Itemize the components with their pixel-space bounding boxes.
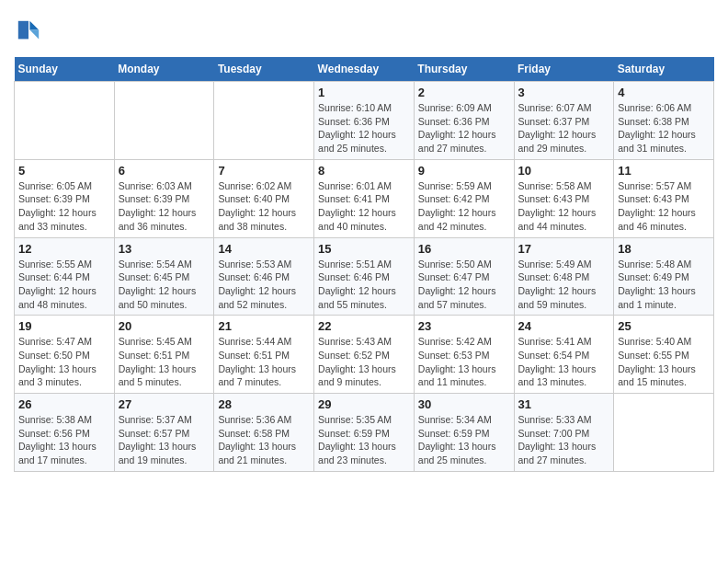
calendar-week-2: 5Sunrise: 6:05 AMSunset: 6:39 PMDaylight… [15, 159, 714, 237]
calendar-cell [114, 82, 214, 160]
calendar-cell: 14Sunrise: 5:53 AMSunset: 6:46 PMDayligh… [214, 237, 314, 316]
day-info: Sunrise: 6:09 AMSunset: 6:36 PMDaylight:… [418, 101, 510, 155]
calendar-cell: 28Sunrise: 5:36 AMSunset: 6:58 PMDayligh… [214, 394, 314, 472]
day-info: Sunrise: 5:53 AMSunset: 6:46 PMDaylight:… [218, 258, 310, 312]
col-header-sunday: Sunday [15, 57, 115, 82]
day-number: 5 [18, 164, 110, 178]
calendar-cell: 7Sunrise: 6:02 AMSunset: 6:40 PMDaylight… [214, 159, 314, 237]
day-info: Sunrise: 6:02 AMSunset: 6:40 PMDaylight:… [218, 179, 310, 234]
day-info: Sunrise: 5:33 AMSunset: 7:00 PMDaylight:… [518, 413, 610, 467]
calendar-cell [15, 82, 115, 160]
day-number: 23 [418, 319, 510, 333]
calendar-cell: 16Sunrise: 5:50 AMSunset: 6:47 PMDayligh… [414, 237, 514, 316]
calendar-cell: 12Sunrise: 5:55 AMSunset: 6:44 PMDayligh… [15, 237, 115, 316]
calendar-cell: 1Sunrise: 6:10 AMSunset: 6:36 PMDaylight… [314, 82, 415, 160]
calendar-cell: 23Sunrise: 5:42 AMSunset: 6:53 PMDayligh… [414, 316, 514, 394]
day-number: 4 [618, 86, 710, 99]
calendar-table: SundayMondayTuesdayWednesdayThursdayFrid… [14, 57, 714, 472]
day-number: 27 [119, 397, 210, 411]
calendar-cell: 20Sunrise: 5:45 AMSunset: 6:51 PMDayligh… [114, 316, 214, 394]
logo-icon [16, 18, 41, 44]
day-number: 29 [318, 397, 410, 411]
day-info: Sunrise: 6:03 AMSunset: 6:39 PMDaylight:… [119, 179, 210, 234]
day-number: 12 [18, 242, 110, 256]
day-info: Sunrise: 5:40 AMSunset: 6:55 PMDaylight:… [618, 335, 710, 389]
calendar-cell: 5Sunrise: 6:05 AMSunset: 6:39 PMDaylight… [15, 159, 115, 237]
day-number: 19 [18, 319, 110, 333]
day-info: Sunrise: 6:01 AMSunset: 6:41 PMDaylight:… [318, 179, 410, 234]
col-header-monday: Monday [114, 57, 214, 82]
svg-marker-0 [29, 21, 39, 30]
calendar-cell: 18Sunrise: 5:48 AMSunset: 6:49 PMDayligh… [614, 237, 714, 316]
day-number: 21 [218, 319, 310, 333]
day-info: Sunrise: 5:44 AMSunset: 6:51 PMDaylight:… [218, 335, 310, 389]
calendar-cell: 22Sunrise: 5:43 AMSunset: 6:52 PMDayligh… [314, 316, 415, 394]
day-number: 9 [418, 164, 510, 178]
calendar-cell: 17Sunrise: 5:49 AMSunset: 6:48 PMDayligh… [514, 237, 614, 316]
day-info: Sunrise: 6:07 AMSunset: 6:37 PMDaylight:… [518, 101, 610, 155]
day-number: 26 [18, 397, 110, 411]
day-info: Sunrise: 6:10 AMSunset: 6:36 PMDaylight:… [318, 101, 410, 155]
col-header-thursday: Thursday [414, 57, 514, 82]
calendar-cell: 8Sunrise: 6:01 AMSunset: 6:41 PMDaylight… [314, 159, 415, 237]
calendar-cell: 2Sunrise: 6:09 AMSunset: 6:36 PMDaylight… [414, 82, 514, 160]
col-header-tuesday: Tuesday [214, 57, 314, 82]
day-number: 24 [518, 319, 610, 333]
calendar-week-1: 1Sunrise: 6:10 AMSunset: 6:36 PMDaylight… [15, 82, 714, 160]
day-number: 28 [218, 397, 310, 411]
calendar-cell: 9Sunrise: 5:59 AMSunset: 6:42 PMDaylight… [414, 159, 514, 237]
calendar-cell [214, 82, 314, 160]
day-info: Sunrise: 6:05 AMSunset: 6:39 PMDaylight:… [18, 179, 110, 234]
svg-marker-1 [29, 30, 39, 40]
calendar-cell: 25Sunrise: 5:40 AMSunset: 6:55 PMDayligh… [614, 316, 714, 394]
day-number: 11 [618, 164, 710, 178]
calendar-cell: 15Sunrise: 5:51 AMSunset: 6:46 PMDayligh… [314, 237, 415, 316]
day-info: Sunrise: 5:50 AMSunset: 6:47 PMDaylight:… [418, 258, 510, 312]
calendar-cell: 19Sunrise: 5:47 AMSunset: 6:50 PMDayligh… [15, 316, 115, 394]
day-info: Sunrise: 5:36 AMSunset: 6:58 PMDaylight:… [218, 413, 310, 467]
day-number: 18 [618, 242, 710, 256]
day-number: 3 [518, 86, 610, 99]
day-info: Sunrise: 5:34 AMSunset: 6:59 PMDaylight:… [418, 413, 510, 467]
day-info: Sunrise: 5:57 AMSunset: 6:43 PMDaylight:… [618, 179, 710, 234]
calendar-week-5: 26Sunrise: 5:38 AMSunset: 6:56 PMDayligh… [15, 394, 714, 472]
day-number: 15 [318, 242, 410, 256]
calendar-cell: 24Sunrise: 5:41 AMSunset: 6:54 PMDayligh… [514, 316, 614, 394]
day-number: 1 [318, 86, 410, 99]
day-info: Sunrise: 5:48 AMSunset: 6:49 PMDaylight:… [618, 258, 710, 312]
day-info: Sunrise: 5:54 AMSunset: 6:45 PMDaylight:… [119, 258, 210, 312]
day-info: Sunrise: 5:47 AMSunset: 6:50 PMDaylight:… [18, 335, 110, 389]
day-info: Sunrise: 5:55 AMSunset: 6:44 PMDaylight:… [18, 258, 110, 312]
calendar-cell: 6Sunrise: 6:03 AMSunset: 6:39 PMDaylight… [114, 159, 214, 237]
day-number: 14 [218, 242, 310, 256]
day-number: 6 [119, 164, 210, 178]
calendar-cell: 30Sunrise: 5:34 AMSunset: 6:59 PMDayligh… [414, 394, 514, 472]
calendar-cell: 11Sunrise: 5:57 AMSunset: 6:43 PMDayligh… [614, 159, 714, 237]
day-info: Sunrise: 5:45 AMSunset: 6:51 PMDaylight:… [119, 335, 210, 389]
calendar-cell: 31Sunrise: 5:33 AMSunset: 7:00 PMDayligh… [514, 394, 614, 472]
day-info: Sunrise: 5:43 AMSunset: 6:52 PMDaylight:… [318, 335, 410, 389]
day-number: 8 [318, 164, 410, 178]
day-number: 10 [518, 164, 610, 178]
day-number: 20 [119, 319, 210, 333]
page-header [14, 14, 714, 48]
day-info: Sunrise: 5:51 AMSunset: 6:46 PMDaylight:… [318, 258, 410, 312]
day-number: 16 [418, 242, 510, 256]
calendar-cell: 4Sunrise: 6:06 AMSunset: 6:38 PMDaylight… [614, 82, 714, 160]
calendar-cell: 29Sunrise: 5:35 AMSunset: 6:59 PMDayligh… [314, 394, 415, 472]
day-info: Sunrise: 6:06 AMSunset: 6:38 PMDaylight:… [618, 101, 710, 155]
day-number: 2 [418, 86, 510, 99]
day-number: 22 [318, 319, 410, 333]
logo [14, 18, 45, 48]
day-info: Sunrise: 5:42 AMSunset: 6:53 PMDaylight:… [418, 335, 510, 389]
day-number: 30 [418, 397, 510, 411]
col-header-wednesday: Wednesday [314, 57, 415, 82]
col-header-friday: Friday [514, 57, 614, 82]
calendar-cell [614, 394, 714, 472]
day-info: Sunrise: 5:58 AMSunset: 6:43 PMDaylight:… [518, 179, 610, 234]
calendar-cell: 3Sunrise: 6:07 AMSunset: 6:37 PMDaylight… [514, 82, 614, 160]
day-number: 25 [618, 319, 710, 333]
day-number: 17 [518, 242, 610, 256]
col-header-saturday: Saturday [614, 57, 714, 82]
svg-rect-2 [18, 21, 28, 40]
